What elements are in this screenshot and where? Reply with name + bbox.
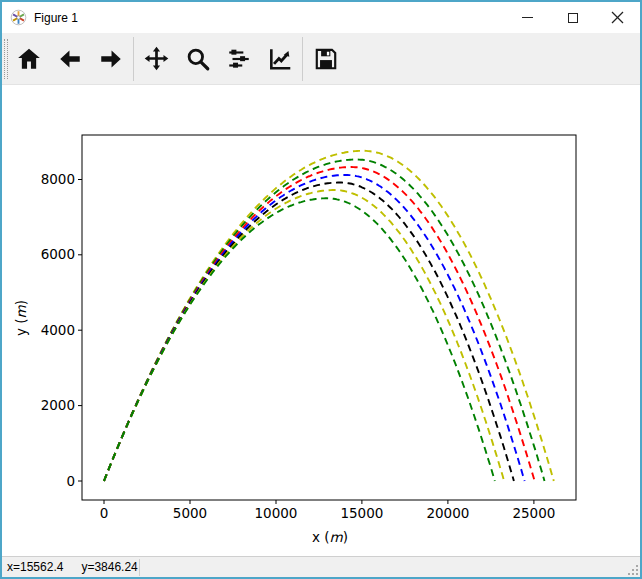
- y-tick-label: 6000: [41, 246, 75, 262]
- y-tick-label: 8000: [41, 171, 75, 187]
- back-button[interactable]: [49, 37, 90, 81]
- cursor-x-readout: x=15562.4: [7, 560, 63, 574]
- trajectory-1: [104, 151, 554, 481]
- y-tick-label: 2000: [41, 397, 75, 413]
- configure-subplots-button[interactable]: [218, 37, 259, 81]
- x-axis-label: x (m): [312, 529, 348, 545]
- x-tick-label: 20000: [426, 505, 469, 521]
- figure-window: Figure 1: [0, 0, 642, 579]
- home-button[interactable]: [8, 37, 49, 81]
- trajectory-6: [104, 190, 504, 481]
- toolbar-separator: [133, 37, 134, 81]
- minimize-button[interactable]: [505, 2, 550, 33]
- trajectory-3: [104, 167, 535, 481]
- home-icon: [16, 46, 42, 72]
- x-tick-label: 15000: [340, 505, 383, 521]
- y-tick-label: 0: [66, 473, 75, 489]
- maximize-icon: [568, 13, 578, 23]
- pan-button[interactable]: [136, 37, 177, 81]
- close-button[interactable]: [595, 2, 640, 33]
- close-icon: [611, 11, 624, 24]
- cursor-y-readout: y=3846.24: [81, 560, 137, 574]
- y-tick-label: 4000: [41, 322, 75, 338]
- save-button[interactable]: [305, 37, 346, 81]
- edit-axes-button[interactable]: [259, 37, 300, 81]
- plot-area[interactable]: x (m) y (m) 0500010000150002000025000020…: [2, 85, 640, 556]
- sliders-icon: [226, 46, 252, 72]
- zoom-button[interactable]: [177, 37, 218, 81]
- statusbar: x=15562.4 y=3846.24: [2, 556, 640, 577]
- minimize-icon: [522, 17, 533, 18]
- line-chart-icon: [267, 46, 293, 72]
- x-tick-label: 10000: [255, 505, 298, 521]
- x-tick-label: 5000: [173, 505, 207, 521]
- x-tick-label: 25000: [512, 505, 555, 521]
- y-axis-label: y (m): [13, 300, 29, 336]
- magnifier-icon: [185, 46, 211, 72]
- titlebar[interactable]: Figure 1: [2, 2, 640, 33]
- move-icon: [143, 45, 170, 72]
- maximize-button[interactable]: [550, 2, 595, 33]
- arrow-right-icon: [98, 46, 124, 72]
- toolbar-separator: [302, 37, 303, 81]
- navigation-toolbar: [2, 33, 640, 85]
- arrow-left-icon: [57, 46, 83, 72]
- window-title: Figure 1: [34, 11, 78, 25]
- statusbar-separator: [139, 559, 140, 576]
- floppy-disk-icon: [313, 46, 339, 72]
- forward-button[interactable]: [90, 37, 131, 81]
- x-tick-label: 0: [100, 505, 109, 521]
- figure-canvas[interactable]: x (m) y (m) 0500010000150002000025000020…: [2, 85, 640, 556]
- resize-grip[interactable]: [628, 565, 638, 575]
- trajectory-7: [104, 198, 495, 481]
- matplotlib-logo-icon: [10, 9, 27, 26]
